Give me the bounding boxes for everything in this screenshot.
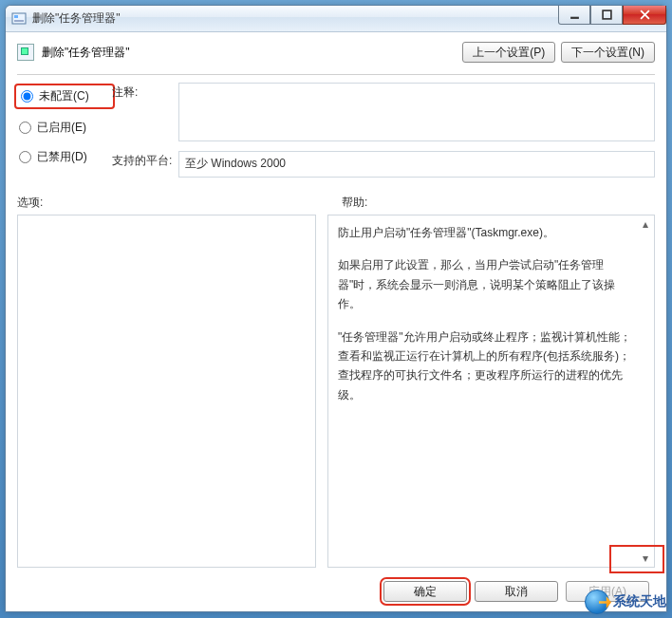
- policy-icon: [17, 44, 34, 61]
- platform-label: 支持的平台:: [112, 151, 178, 169]
- radio-disabled[interactable]: 已禁用(D): [17, 149, 112, 165]
- app-icon: [11, 11, 27, 27]
- options-pane: [17, 215, 316, 568]
- help-label: 帮助:: [342, 195, 655, 211]
- window-controls: [558, 6, 666, 25]
- meta-column: 注释: 支持的平台: 至少 Windows 2000: [112, 83, 655, 178]
- client-area: 删除"任务管理器" 上一个设置(P) 下一个设置(N) 未配置(C): [6, 32, 666, 611]
- radio-enabled[interactable]: 已启用(E): [17, 120, 112, 136]
- scroll-up-icon[interactable]: ▴: [641, 219, 650, 229]
- maximize-button[interactable]: [590, 6, 623, 25]
- svg-rect-2: [14, 20, 24, 22]
- help-pane: ▴ 防止用户启动"任务管理器"(Taskmgr.exe)。 如果启用了此设置，那…: [327, 215, 655, 568]
- svg-rect-4: [603, 10, 611, 19]
- radio-enabled-input[interactable]: [19, 122, 31, 134]
- radio-not-configured[interactable]: 未配置(C): [17, 86, 112, 106]
- options-label: 选项:: [17, 195, 330, 211]
- divider: [17, 74, 655, 75]
- header-row: 删除"任务管理器" 上一个设置(P) 下一个设置(N): [17, 42, 655, 63]
- pane-labels: 选项: 帮助:: [17, 195, 655, 211]
- help-paragraph: 防止用户启动"任务管理器"(Taskmgr.exe)。: [338, 223, 635, 242]
- help-paragraph: "任务管理器"允许用户启动或终止程序；监视计算机性能；查看和监视正运行在计算机上…: [338, 328, 635, 405]
- dialog-window: 删除"任务管理器" 删除"任务管理器" 上一个设置(P): [5, 5, 667, 612]
- platform-value: 至少 Windows 2000: [178, 151, 655, 178]
- svg-rect-3: [570, 17, 579, 19]
- next-setting-button[interactable]: 下一个设置(N): [561, 42, 655, 63]
- policy-label: 删除"任务管理器": [42, 45, 130, 61]
- prev-setting-button[interactable]: 上一个设置(P): [462, 42, 555, 63]
- panes: ▴ 防止用户启动"任务管理器"(Taskmgr.exe)。 如果启用了此设置，那…: [17, 215, 655, 568]
- svg-rect-1: [14, 15, 18, 18]
- footer: 确定 取消 应用(A): [17, 575, 655, 611]
- titlebar[interactable]: 删除"任务管理器": [6, 6, 666, 32]
- config-row: 未配置(C) 已启用(E) 已禁用(D) 注释: 支持的平台: 至少 Windo…: [17, 83, 655, 178]
- comment-label: 注释:: [112, 83, 178, 101]
- radio-disabled-input[interactable]: [19, 151, 31, 163]
- policy-title: 删除"任务管理器": [17, 44, 130, 61]
- minimize-button[interactable]: [558, 6, 590, 25]
- svg-rect-0: [12, 13, 26, 24]
- close-button[interactable]: [623, 6, 666, 25]
- nav-buttons: 上一个设置(P) 下一个设置(N): [462, 42, 655, 63]
- window-title: 删除"任务管理器": [32, 10, 121, 27]
- radio-not-configured-input[interactable]: [21, 90, 33, 103]
- apply-button[interactable]: 应用(A): [566, 581, 649, 602]
- ok-button[interactable]: 确定: [383, 581, 467, 602]
- comment-textarea[interactable]: [178, 83, 655, 141]
- scroll-down-icon[interactable]: ▾: [641, 553, 650, 563]
- radio-group: 未配置(C) 已启用(E) 已禁用(D): [17, 83, 112, 165]
- help-paragraph: 如果启用了此设置，那么，当用户尝试启动"任务管理器"时，系统会显示一则消息，说明…: [338, 255, 635, 313]
- cancel-button[interactable]: 取消: [475, 581, 558, 602]
